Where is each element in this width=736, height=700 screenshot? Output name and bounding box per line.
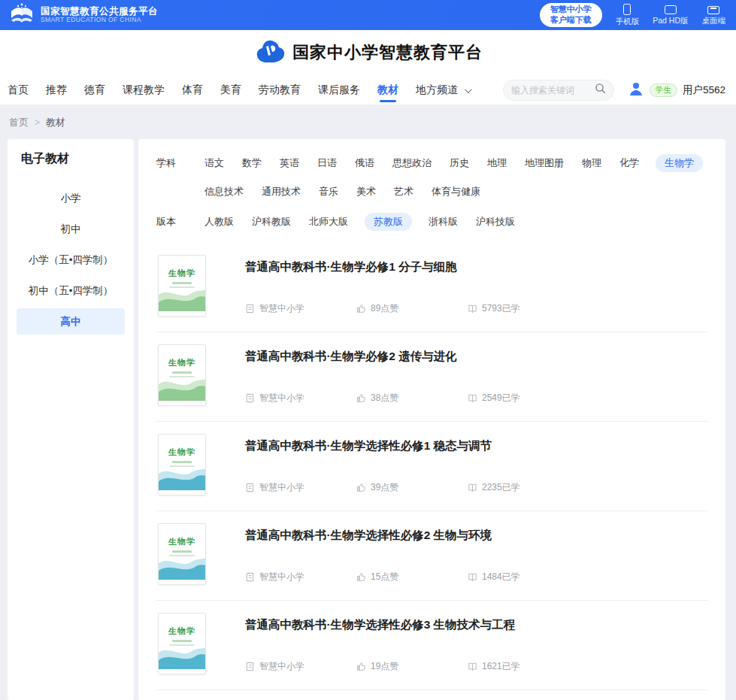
edition-option-sujiao[interactable]: 苏教版 [365, 213, 412, 231]
subject-option-japanese[interactable]: 日语 [316, 154, 338, 172]
mobile-version-label: 手机版 [616, 17, 640, 27]
subject-option-geography[interactable]: 地理 [486, 154, 508, 172]
publisher-icon [245, 304, 255, 314]
learned-book-icon [468, 393, 477, 403]
book-likes[interactable]: 15点赞 [356, 571, 429, 583]
nav-item-aesthetic-education[interactable]: 美育 [220, 77, 241, 104]
book-likes[interactable]: 89点赞 [356, 302, 429, 315]
book-list-item[interactable]: ······· 生物学 普通高中教科书·生物学必修1 分子与细胞 智慧中小学 [156, 243, 707, 332]
subject-option-russian[interactable]: 俄语 [353, 154, 376, 172]
book-title[interactable]: 普通高中教科书·生物学选择性必修3 生物技术与工程 [245, 617, 706, 633]
book-source: 智慧中小学 [245, 302, 317, 315]
subject-option-arts[interactable]: 艺术 [392, 183, 415, 201]
nav-item-moral-education[interactable]: 德育 [84, 77, 105, 104]
subject-option-history[interactable]: 历史 [448, 154, 471, 172]
sidebar-item-primary-54[interactable]: 小学（五•四学制） [17, 247, 125, 273]
edition-option-renjiao[interactable]: 人教版 [203, 213, 235, 231]
book-cover[interactable]: ······· 生物学 [158, 523, 206, 585]
content-area: 电子教材 小学 初中 小学（五•四学制） 初中（五•四学制） 高中 学科 语文 … [0, 139, 736, 700]
nav-item-local-channel[interactable]: 地方频道 [416, 77, 470, 104]
subject-option-geo-atlas[interactable]: 地理图册 [523, 154, 565, 172]
book-cover[interactable]: ······· 生物学 [158, 613, 206, 674]
nav-item-textbooks[interactable]: 教材 [377, 77, 398, 104]
nav-item-recommend[interactable]: 推荐 [46, 77, 67, 104]
nav-item-labor-education[interactable]: 劳动教育 [259, 77, 301, 104]
platform-logo[interactable]: 国家智慧教育公共服务平台 SMART EDUCATION OF CHINA [9, 3, 158, 27]
thumbs-up-icon [356, 662, 366, 671]
sidebar-item-junior-54[interactable]: 初中（五•四学制） [17, 277, 125, 304]
book-cover-title: 生物学 [159, 626, 205, 637]
subject-option-art[interactable]: 美术 [355, 183, 377, 201]
book-title[interactable]: 普通高中教科书·生物学必修1 分子与细胞 [245, 259, 706, 275]
book-likes[interactable]: 19点赞 [356, 660, 429, 673]
main-nav: 首页 推荐 德育 课程教学 体育 美育 劳动教育 课后服务 教材 地方频道 [0, 75, 736, 105]
breadcrumb-separator: > [35, 117, 40, 128]
pad-version-link[interactable]: Pad HD版 [653, 4, 688, 26]
nav-item-after-school[interactable]: 课后服务 [318, 77, 360, 104]
mobile-version-link[interactable]: 手机版 [616, 4, 640, 27]
book-cover-title: 生物学 [159, 447, 205, 458]
book-likes[interactable]: 39点赞 [356, 481, 429, 494]
subject-option-music[interactable]: 音乐 [317, 183, 340, 201]
edition-option-zheke[interactable]: 浙科版 [427, 213, 459, 231]
client-download-button[interactable]: 智慧中小学 客户端下载 [540, 3, 602, 27]
edition-option-hukeji[interactable]: 沪科技版 [474, 213, 516, 231]
role-badge: 学生 [650, 83, 677, 97]
edition-filter-row: 版本 人教版 沪科教版 北师大版 苏教版 浙科版 沪科技版 [156, 213, 707, 231]
book-title[interactable]: 普通高中教科书·生物学必修2 遗传与进化 [245, 349, 706, 365]
breadcrumb-home[interactable]: 首页 [9, 116, 29, 129]
sidebar-item-junior[interactable]: 初中 [17, 216, 125, 242]
book-learned-label: 2235已学 [482, 481, 520, 494]
desktop-version-link[interactable]: 桌面端 [702, 5, 726, 26]
desktop-icon [707, 6, 719, 14]
book-cover[interactable]: ······· 生物学 [158, 255, 206, 317]
book-cover[interactable]: ······· 生物学 [158, 344, 206, 406]
edition-option-hukejiao[interactable]: 沪科教版 [250, 213, 292, 231]
book-source: 智慧中小学 [245, 571, 317, 583]
subject-option-biology[interactable]: 生物学 [656, 154, 703, 172]
nav-item-course-teaching[interactable]: 课程教学 [123, 77, 165, 104]
sidebar-item-senior[interactable]: 高中 [17, 308, 125, 335]
subject-option-politics[interactable]: 思想政治 [391, 154, 433, 172]
avatar[interactable] [628, 80, 644, 100]
subject-option-math[interactable]: 数学 [241, 154, 263, 172]
subject-option-chinese[interactable]: 语文 [203, 154, 226, 172]
thumbs-up-icon [356, 304, 366, 314]
nav-item-home[interactable]: 首页 [8, 77, 29, 104]
book-learned: 2549已学 [468, 392, 540, 405]
book-list-item[interactable]: ······· 生物学 普通高中教科书·生物学选择性必修1 稳态与调节 智慧中小… [156, 422, 707, 511]
phone-icon [623, 4, 631, 15]
subject-option-general-tech[interactable]: 通用技术 [260, 183, 302, 201]
search-icon[interactable] [595, 83, 606, 97]
search-input[interactable] [511, 85, 590, 95]
book-title[interactable]: 普通高中教科书·生物学选择性必修2 生物与环境 [245, 528, 706, 544]
book-cover[interactable]: ······· 生物学 [158, 434, 206, 495]
book-likes-label: 19点赞 [371, 660, 398, 673]
subject-option-it[interactable]: 信息技术 [203, 183, 245, 201]
book-list-item[interactable]: ······· 生物学 普通高中教科书·生物学必修2 遗传与进化 智慧中小学 [156, 332, 707, 422]
publisher-icon [245, 662, 255, 671]
learned-book-icon [468, 304, 477, 314]
breadcrumb: 首页 > 教材 [0, 105, 736, 139]
username[interactable]: 用户5562 [683, 83, 725, 97]
thumbs-up-icon [356, 572, 366, 582]
topbar-title: 国家智慧教育公共服务平台 [41, 6, 158, 17]
search-box[interactable] [503, 80, 614, 101]
client-download-line2: 客户端下载 [550, 15, 592, 26]
sidebar-item-primary[interactable]: 小学 [17, 185, 125, 211]
learned-book-icon [468, 483, 477, 492]
subject-option-physics[interactable]: 物理 [580, 154, 603, 172]
nav-item-pe[interactable]: 体育 [182, 77, 203, 104]
book-likes[interactable]: 38点赞 [356, 392, 429, 405]
edition-option-beishida[interactable]: 北师大版 [307, 213, 350, 231]
book-title[interactable]: 普通高中教科书·生物学选择性必修1 稳态与调节 [245, 438, 706, 454]
subject-option-chemistry[interactable]: 化学 [618, 154, 641, 172]
book-list-item[interactable]: ······· 生物学 普通高中教科书·生物学选择性必修2 生物与环境 智慧中小… [156, 511, 707, 601]
subject-option-pe-health[interactable]: 体育与健康 [430, 183, 482, 201]
site-header: 国家中小学智慧教育平台 [0, 30, 736, 75]
sidebar-title: 电子教材 [8, 151, 134, 167]
subject-option-english[interactable]: 英语 [278, 154, 301, 172]
user-account[interactable]: 学生 用户5562 [628, 80, 725, 100]
book-list-item[interactable]: ······· 生物学 普通高中教科书·生物学选择性必修3 生物技术与工程 智慧… [156, 601, 707, 690]
book-learned-label: 2549已学 [482, 392, 520, 405]
